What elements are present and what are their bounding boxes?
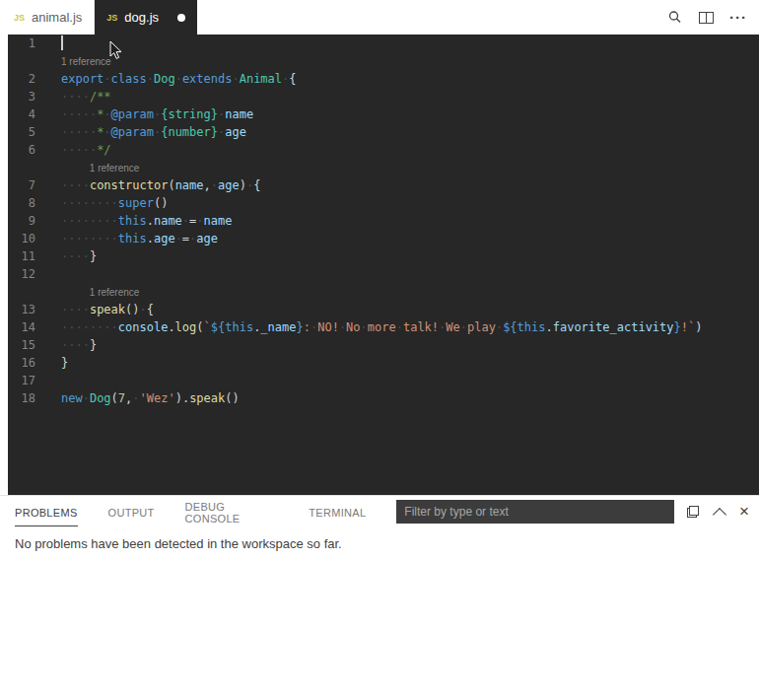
more-actions-icon[interactable]: ···: [729, 13, 747, 23]
code-content: export·class·Dog·extends·Animal·{: [61, 70, 297, 88]
code-line[interactable]: 13····speak()·{: [8, 301, 759, 318]
split-editor-icon[interactable]: [699, 12, 714, 24]
code-token: (): [125, 303, 139, 316]
code-token: ········: [61, 196, 118, 210]
code-line[interactable]: 2export·class·Dog·extends·Animal·{: [8, 70, 759, 88]
code-token: `: [204, 320, 211, 334]
code-area[interactable]: 11 reference2export·class·Dog·extends·An…: [8, 35, 759, 495]
copy-icon[interactable]: [686, 505, 700, 519]
code-line[interactable]: 5·····*·@param·{number}·age: [8, 123, 759, 141]
panel-tab-terminal[interactable]: TERMINAL: [309, 498, 366, 525]
line-number: 1: [8, 35, 35, 52]
line-number: 3: [8, 88, 35, 105]
code-token: class: [111, 72, 147, 86]
code-token: age: [225, 125, 246, 139]
code-token: ·: [175, 232, 182, 245]
codelens-row[interactable]: 1 reference: [8, 52, 759, 70]
code-line[interactable]: 15····}: [8, 336, 759, 354]
code-token: _name: [260, 320, 296, 334]
line-number: 11: [8, 247, 35, 265]
code-token: speak: [189, 391, 225, 405]
line-number: 14: [8, 318, 35, 336]
codelens-reference-link[interactable]: 1 reference: [61, 56, 111, 67]
panel-tab-output[interactable]: OUTPUT: [108, 498, 155, 525]
chevron-up-icon[interactable]: [713, 507, 726, 521]
close-icon[interactable]: ×: [739, 506, 749, 518]
code-line[interactable]: 10········this.age·=·age: [8, 230, 759, 247]
code-token: {string}: [161, 107, 218, 121]
text-cursor: [61, 35, 63, 50]
panel-tab-problems[interactable]: PROBLEMS: [15, 498, 78, 526]
code-token: more: [368, 320, 396, 334]
code-line[interactable]: 9········this.name·=·name: [8, 212, 759, 230]
line-number: 4: [8, 105, 35, 123]
problems-filter-input[interactable]: [396, 500, 674, 524]
code-token: ·: [132, 391, 139, 405]
code-token: ·: [104, 125, 110, 139]
line-number: 16: [8, 354, 35, 372]
code-token: this: [118, 232, 147, 245]
code-token: constructor: [90, 178, 168, 192]
code-token: super: [118, 196, 154, 210]
code-token: ·: [175, 72, 182, 86]
code-token: }: [296, 320, 303, 334]
line-number: 10: [8, 230, 35, 247]
code-token: Dog: [90, 391, 111, 405]
code-token: (: [168, 178, 174, 192]
code-line[interactable]: 11····}: [8, 247, 759, 265]
code-token: this: [118, 214, 147, 228]
code-token: */: [97, 143, 110, 157]
code-content: ····speak()·{: [61, 301, 154, 318]
codelens-reference-link[interactable]: 1 reference: [90, 163, 140, 174]
code-content: ····/**: [61, 88, 111, 105]
line-number: [8, 283, 35, 301]
codelens-content: 1 reference: [61, 283, 139, 301]
tab-dog-js[interactable]: JS dog.js: [95, 0, 197, 35]
code-token: }: [90, 249, 97, 263]
code-line[interactable]: 1: [8, 35, 759, 52]
code-content: ·····*·@param·{number}·age: [61, 123, 246, 141]
code-content: ········this.age·=·age: [61, 230, 218, 247]
codelens-content: 1 reference: [61, 159, 139, 176]
code-line[interactable]: 7····constructor(name,·age)·{: [8, 176, 759, 194]
code-token: .: [168, 320, 174, 334]
code-token: play: [467, 320, 496, 334]
tab-animal-js[interactable]: JS animal.js: [0, 0, 95, 35]
codelens-reference-link[interactable]: 1 reference: [90, 287, 140, 298]
code-line[interactable]: 12: [8, 265, 759, 283]
code-token: this: [225, 320, 253, 334]
code-token: {: [289, 72, 296, 86]
code-line[interactable]: 6·····*/: [8, 141, 759, 159]
code-token: }: [61, 356, 68, 370]
code-line[interactable]: 16}: [8, 354, 759, 372]
code-token: .: [147, 214, 154, 228]
code-token: ········: [61, 214, 118, 228]
code-line[interactable]: 18new·Dog(7,·'Wez').speak(): [8, 389, 759, 407]
codelens-row[interactable]: 1 reference: [8, 159, 759, 176]
code-token: name: [154, 214, 182, 228]
code-token: log: [175, 320, 197, 334]
code-line[interactable]: 3····/**: [8, 88, 759, 105]
code-token: favorite_activity: [553, 320, 674, 334]
js-file-icon: JS: [106, 13, 117, 23]
code-token: ·····: [61, 143, 97, 157]
code-token: ): [240, 178, 246, 192]
code-line[interactable]: 4·····*·@param·{string}·name: [8, 105, 759, 123]
panel-tab-debug-console[interactable]: DEBUG CONSOLE: [185, 492, 279, 531]
code-token: =: [182, 232, 189, 245]
codelens-row[interactable]: 1 reference: [8, 283, 759, 301]
open-changes-icon[interactable]: [667, 10, 683, 26]
code-line[interactable]: 8········super(): [8, 194, 759, 212]
code-token: age: [196, 232, 218, 245]
code-token: speak: [90, 303, 125, 316]
code-token: (): [154, 196, 168, 210]
line-number: 17: [8, 372, 35, 389]
code-token: ····: [61, 178, 90, 192]
code-content: }: [61, 354, 68, 372]
code-content: ····}: [61, 247, 97, 265]
code-line[interactable]: 14········console.log(`${this._name}:·NO…: [8, 318, 759, 336]
bottom-panel: PROBLEMS OUTPUT DEBUG CONSOLE TERMINAL ×…: [0, 495, 759, 700]
code-line[interactable]: 17: [8, 372, 759, 389]
code-token: No: [346, 320, 360, 334]
code-token: ·: [104, 72, 110, 86]
